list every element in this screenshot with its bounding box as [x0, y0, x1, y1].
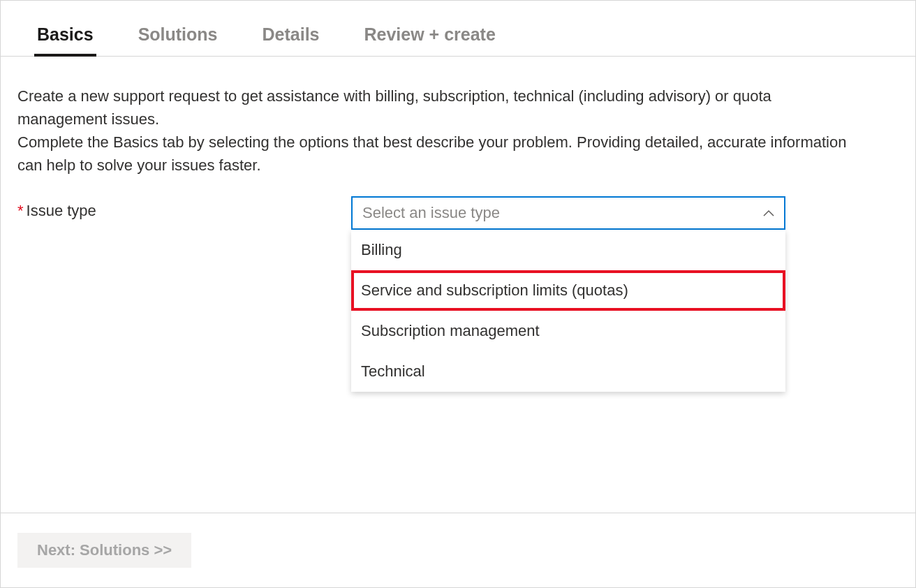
- option-label: Subscription management: [361, 322, 540, 339]
- intro-line-1: Create a new support request to get assi…: [17, 87, 771, 128]
- option-label: Billing: [361, 241, 402, 258]
- content-area: Create a new support request to get assi…: [1, 57, 915, 513]
- required-marker: *: [17, 202, 24, 219]
- tab-solutions[interactable]: Solutions: [135, 24, 221, 56]
- issue-type-dropdown[interactable]: Select an issue type: [351, 196, 785, 230]
- intro-line-2: Complete the Basics tab by selecting the…: [17, 133, 846, 174]
- option-label: Service and subscription limits (quotas): [361, 281, 628, 299]
- tab-label: Solutions: [138, 24, 218, 44]
- tab-review-create[interactable]: Review + create: [362, 24, 498, 56]
- chevron-up-icon: [763, 207, 774, 219]
- option-label: Technical: [361, 362, 425, 380]
- tab-label: Review + create: [364, 24, 496, 44]
- option-technical[interactable]: Technical: [351, 351, 785, 392]
- issue-type-row: *Issue type Select an issue type Billing…: [17, 196, 899, 230]
- support-request-form: Basics Solutions Details Review + create…: [0, 0, 916, 588]
- form-footer: Next: Solutions >>: [1, 513, 915, 587]
- tab-details[interactable]: Details: [260, 24, 323, 56]
- next-solutions-button[interactable]: Next: Solutions >>: [17, 533, 191, 568]
- issue-type-dropdown-list: Billing Service and subscription limits …: [351, 230, 785, 392]
- option-subscription-management[interactable]: Subscription management: [351, 311, 785, 351]
- next-button-label: Next: Solutions >>: [37, 541, 172, 559]
- issue-type-label: Issue type: [27, 202, 96, 219]
- intro-text: Create a new support request to get assi…: [17, 84, 855, 177]
- dropdown-placeholder: Select an issue type: [362, 204, 500, 222]
- issue-type-field-col: Select an issue type Billing Service and…: [351, 196, 785, 230]
- issue-type-label-col: *Issue type: [17, 196, 351, 220]
- option-billing[interactable]: Billing: [351, 230, 785, 270]
- tab-label: Details: [263, 24, 320, 44]
- tab-label: Basics: [37, 24, 94, 44]
- tab-basics[interactable]: Basics: [34, 24, 96, 56]
- form-tabs: Basics Solutions Details Review + create: [1, 1, 915, 57]
- option-service-subscription-limits[interactable]: Service and subscription limits (quotas): [351, 270, 785, 311]
